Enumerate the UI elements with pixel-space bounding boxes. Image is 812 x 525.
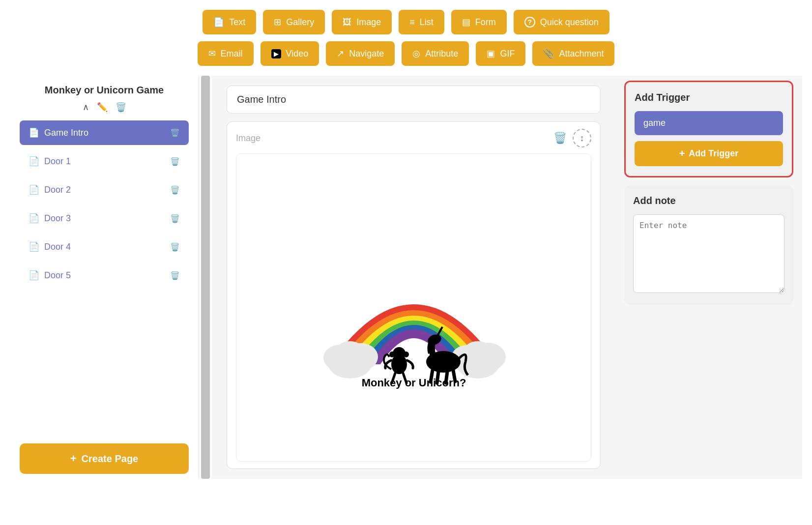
email-icon: ✉ — [208, 48, 216, 59]
toolbar: 📄 Text ⊞ Gallery 🖼 Image ≡ List ▤ Form ? — [10, 10, 802, 66]
note-textarea[interactable] — [633, 214, 784, 293]
center-divider — [201, 76, 210, 479]
main-wrapper: 📄 Text ⊞ Gallery 🖼 Image ≡ List ▤ Form ? — [0, 0, 812, 525]
text-icon: 📄 — [213, 17, 224, 28]
sidebar-page-left-door-3: 📄 Door 3 — [29, 213, 71, 224]
page-doc-icon-door-4: 📄 — [29, 241, 39, 252]
navigate-button[interactable]: ↗ Navigate — [326, 41, 395, 66]
gallery-icon: ⊞ — [274, 17, 281, 28]
toolbar-row-2: ✉ Email ▶ Video ↗ Navigate ◎ Attribute ▣… — [198, 41, 615, 66]
page-delete-door-1[interactable]: 🗑️ — [170, 157, 180, 166]
sidebar-item-door-5[interactable]: 📄 Door 5 🗑️ — [20, 263, 189, 288]
right-panel: Add Trigger game + Add Trigger Add note — [615, 76, 802, 479]
content-area: Monkey or Unicorn Game ∧ ✏️ 🗑️ 📄 Game In… — [10, 76, 802, 479]
page-delete-game-intro[interactable]: 🗑️ — [170, 128, 180, 138]
toolbar-row-1: 📄 Text ⊞ Gallery 🖼 Image ≡ List ▤ Form ? — [203, 10, 609, 34]
list-button[interactable]: ≡ List — [399, 10, 444, 34]
add-trigger-title: Add Trigger — [635, 92, 783, 103]
attribute-button[interactable]: ◎ Attribute — [402, 41, 469, 66]
image-delete-button[interactable]: 🗑️ — [553, 132, 567, 145]
add-note-title: Add note — [633, 195, 784, 206]
sidebar-item-door-1[interactable]: 📄 Door 1 🗑️ — [20, 149, 189, 174]
form-label: Form — [475, 17, 496, 28]
page-delete-door-3[interactable]: 🗑️ — [170, 214, 180, 223]
image-block-label: Image — [236, 133, 261, 144]
image-button[interactable]: 🖼 Image — [332, 10, 392, 34]
page-title-input[interactable] — [227, 86, 601, 114]
email-label: Email — [221, 49, 243, 59]
sidebar-page-left-door-5: 📄 Door 5 — [29, 270, 71, 281]
sidebar-page-left-door-4: 📄 Door 4 — [29, 241, 71, 252]
create-page-label: Create Page — [82, 453, 139, 465]
quick-question-icon: ? — [524, 17, 535, 28]
sidebar-item-game-intro[interactable]: 📄 Game Intro 🗑️ — [20, 120, 189, 145]
create-page-plus-icon: + — [70, 452, 77, 465]
page-delete-door-2[interactable]: 🗑️ — [170, 185, 180, 195]
image-block-actions: 🗑️ ↕ — [553, 129, 591, 147]
gif-icon: ▣ — [487, 48, 495, 59]
page-doc-icon-door-2: 📄 — [29, 184, 39, 195]
attachment-label: Attachment — [559, 49, 604, 59]
sidebar-page-label-door-2: Door 2 — [44, 185, 71, 195]
page-doc-icon-door-5: 📄 — [29, 270, 39, 281]
sidebar-item-door-3[interactable]: 📄 Door 3 🗑️ — [20, 206, 189, 231]
add-trigger-label: Add Trigger — [689, 148, 738, 159]
attribute-icon: ◎ — [412, 48, 420, 59]
add-trigger-button[interactable]: + Add Trigger — [635, 141, 783, 166]
quick-question-button[interactable]: ? Quick question — [514, 10, 609, 34]
video-icon: ▶ — [271, 49, 281, 58]
sidebar-controls: ∧ ✏️ 🗑️ — [20, 102, 189, 113]
sidebar-item-door-2[interactable]: 📄 Door 2 🗑️ — [20, 177, 189, 202]
sidebar-page-left-door-2: 📄 Door 2 — [29, 184, 71, 195]
image-label: Image — [356, 17, 381, 28]
sidebar-page-left-game-intro: 📄 Game Intro — [29, 127, 88, 138]
list-label: List — [420, 17, 434, 28]
sidebar-page-label-door-1: Door 1 — [44, 156, 71, 167]
video-label: Video — [286, 49, 309, 59]
form-icon: ▤ — [462, 17, 470, 28]
svg-point-20 — [403, 351, 409, 357]
image-preview: Monkey or Unicorn? — [236, 153, 591, 462]
sidebar-item-door-4[interactable]: 📄 Door 4 🗑️ — [20, 234, 189, 259]
sidebar-page-label-door-3: Door 3 — [44, 213, 71, 224]
sidebar-page-label-door-4: Door 4 — [44, 242, 71, 252]
attachment-icon: 📎 — [543, 48, 554, 59]
create-page-button[interactable]: + Create Page — [20, 443, 189, 474]
image-block: Image 🗑️ ↕ — [227, 121, 601, 469]
page-delete-door-5[interactable]: 🗑️ — [170, 271, 180, 280]
page-doc-icon-door-3: 📄 — [29, 213, 39, 224]
image-move-button[interactable]: ↕ — [573, 129, 591, 147]
page-delete-door-4[interactable]: 🗑️ — [170, 242, 180, 252]
add-trigger-plus-icon: + — [679, 148, 685, 159]
main-content: Image 🗑️ ↕ — [212, 76, 615, 479]
navigate-icon: ↗ — [337, 48, 344, 59]
quick-question-label: Quick question — [540, 17, 599, 28]
add-trigger-section: Add Trigger game + Add Trigger — [624, 81, 793, 177]
form-button[interactable]: ▤ Form — [451, 10, 507, 34]
add-note-section: Add note — [624, 185, 793, 305]
sidebar-page-label-game-intro: Game Intro — [44, 128, 88, 138]
navigate-label: Navigate — [349, 49, 384, 59]
video-button[interactable]: ▶ Video — [261, 41, 319, 66]
image-block-header: Image 🗑️ ↕ — [236, 129, 591, 147]
attribute-label: Attribute — [425, 49, 458, 59]
trigger-game-tag[interactable]: game — [635, 111, 783, 135]
text-label: Text — [229, 17, 245, 28]
text-button[interactable]: 📄 Text — [203, 10, 256, 34]
svg-point-12 — [335, 341, 365, 365]
sidebar-page-label-door-5: Door 5 — [44, 270, 71, 281]
sidebar-delete-icon[interactable]: 🗑️ — [116, 102, 126, 113]
attachment-button[interactable]: 📎 Attachment — [532, 41, 614, 66]
list-icon: ≡ — [409, 17, 415, 28]
email-button[interactable]: ✉ Email — [198, 41, 254, 66]
sidebar-edit-icon[interactable]: ✏️ — [97, 102, 108, 113]
rainbow-image: Monkey or Unicorn? — [320, 224, 507, 391]
svg-point-16 — [463, 341, 493, 365]
gif-button[interactable]: ▣ GIF — [476, 41, 525, 66]
sidebar-collapse-icon[interactable]: ∧ — [83, 102, 89, 113]
gallery-button[interactable]: ⊞ Gallery — [263, 10, 325, 34]
gif-label: GIF — [500, 49, 515, 59]
page-doc-icon-door-1: 📄 — [29, 156, 39, 167]
page-doc-icon: 📄 — [29, 127, 39, 138]
gallery-label: Gallery — [286, 17, 314, 28]
